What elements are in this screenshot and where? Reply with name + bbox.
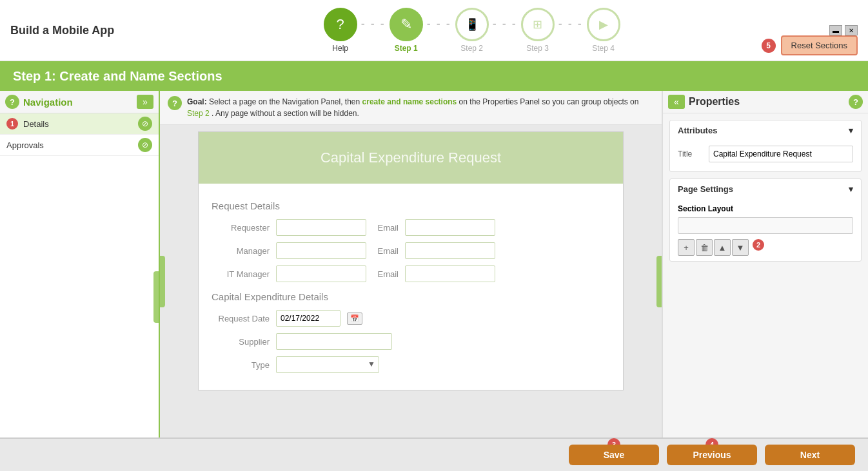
type-select[interactable] — [276, 356, 379, 373]
attributes-section-body: Title — [670, 140, 861, 171]
step-3-label: Step 3 — [526, 44, 549, 53]
section-title-request-details: Request Details — [212, 200, 610, 211]
requester-input[interactable] — [276, 219, 366, 236]
nav-title: Navigation — [23, 97, 73, 108]
calendar-icon[interactable]: 📅 — [347, 312, 362, 325]
nav-item-approvals[interactable]: Approvals ⊘ — [0, 135, 159, 156]
next-button[interactable]: Next — [765, 445, 855, 465]
attributes-collapse-icon: ▾ — [849, 126, 853, 135]
nav-item-details[interactable]: 1 Details ⊘ — [0, 113, 159, 135]
attributes-section-header[interactable]: Attributes ▾ — [670, 120, 861, 140]
props-help-icon[interactable]: ? — [849, 95, 863, 109]
nav-expand-button[interactable]: » — [137, 95, 153, 109]
email-label-3: Email — [373, 269, 399, 279]
attributes-section: Attributes ▾ Title — [669, 120, 862, 172]
card-banner: Capital Expenditure Request — [199, 132, 623, 184]
layout-down-button[interactable]: ▼ — [732, 239, 749, 256]
step-4[interactable]: ▶ Step 4 — [587, 8, 620, 53]
step-help-circle: ? — [324, 8, 357, 41]
page-settings-body: Section Layout + 🗑 ▲ ▼ 2 — [670, 199, 861, 261]
requester-email-input[interactable] — [405, 219, 495, 236]
preview-card: Capital Expenditure Request Request Deta… — [198, 131, 624, 390]
card-body: Request Details Requester Email Manager … — [199, 184, 623, 390]
section-title-cap-exp: Capital Expenditure Details — [212, 291, 610, 302]
nav-panel-header: ? Navigation » — [0, 91, 159, 113]
type-wrapper: ▼ — [276, 356, 379, 373]
step-dash-2: - - - — [427, 17, 451, 31]
form-row-type: Type ▼ — [212, 356, 610, 373]
preview-left-bar — [160, 256, 165, 307]
attr-title-input[interactable] — [709, 146, 853, 162]
step-2[interactable]: 📱 Step 2 — [455, 8, 489, 53]
form-row-itmanager: IT Manager Email — [212, 265, 610, 282]
email-label-1: Email — [373, 223, 399, 233]
form-row-reqdate: Request Date 📅 — [212, 310, 610, 327]
layout-toolbar: + 🗑 ▲ ▼ 2 — [678, 239, 853, 256]
step-header-title: Step 1: Create and Name Sections — [13, 69, 222, 84]
supplier-input[interactable] — [276, 333, 392, 350]
page-settings-collapse-icon: ▾ — [849, 184, 853, 194]
layout-delete-button[interactable]: 🗑 — [696, 239, 713, 256]
page-settings-section: Page Settings ▾ Section Layout + 🗑 ▲ ▼ 2 — [669, 178, 862, 262]
annotation-badge-2: 2 — [753, 239, 764, 251]
itmanager-input[interactable] — [276, 265, 366, 282]
preview-right-bar — [656, 256, 662, 307]
wizard-steps: ? Help - - - ✎ Step 1 - - - 📱 Step 2 - -… — [324, 8, 620, 53]
goal-text3: on the Properties Panel so you can group… — [459, 97, 639, 106]
form-row-requester: Requester Email — [212, 219, 610, 236]
goal-prefix: Goal: — [187, 97, 207, 106]
attr-title-label: Title — [678, 149, 704, 159]
window-controls: ▬ ✕ — [829, 25, 858, 35]
supplier-label: Supplier — [212, 337, 270, 347]
step-header: Step 1: Create and Name Sections — [0, 61, 868, 91]
close-button[interactable]: ✕ — [845, 25, 858, 35]
page-settings-label: Page Settings — [678, 184, 733, 194]
bottom-bar: 3 Save 4 Previous Next — [0, 437, 868, 471]
nav-header-left: ? Navigation — [5, 95, 73, 109]
navigation-panel: ? Navigation » 1 Details ⊘ Approvals ⊘ — [0, 91, 160, 437]
type-label: Type — [212, 360, 270, 370]
step-dash-4: - - - — [558, 17, 583, 31]
step-1-circle: ✎ — [390, 8, 423, 41]
goal-step2-link: Step 2 — [187, 109, 210, 118]
previous-button[interactable]: Previous — [667, 445, 757, 465]
minimize-button[interactable]: ▬ — [829, 25, 842, 35]
props-body: Attributes ▾ Title Page Settings ▾ Se — [663, 113, 868, 437]
save-btn-wrapper: 3 Save — [569, 445, 659, 465]
top-right-area: ▬ ✕ — [829, 25, 858, 35]
reset-sections-button[interactable]: Reset Sections — [781, 35, 858, 55]
props-collapse-button[interactable]: « — [668, 95, 685, 109]
save-button[interactable]: Save — [569, 445, 659, 465]
nav-v-bar — [153, 271, 159, 323]
goal-text5: . Any page without a section will be hid… — [212, 109, 359, 118]
attributes-label: Attributes — [678, 126, 717, 135]
preview-area[interactable]: Capital Expenditure Request Request Deta… — [160, 125, 662, 437]
manager-email-input[interactable] — [405, 242, 495, 259]
layout-add-button[interactable]: + — [678, 239, 695, 256]
app-title: Build a Mobile App — [10, 24, 114, 37]
goal-help-icon[interactable]: ? — [168, 96, 182, 110]
section-layout-box — [678, 217, 853, 234]
nav-item-badge-1: 1 — [6, 118, 18, 130]
manager-label: Manager — [212, 246, 270, 256]
manager-input[interactable] — [276, 242, 366, 259]
itmanager-email-input[interactable] — [405, 265, 495, 282]
step-3[interactable]: ⊞ Step 3 — [521, 8, 555, 53]
step-dash-1: - - - — [361, 17, 386, 31]
email-label-2: Email — [373, 246, 399, 256]
reqdate-input[interactable] — [276, 310, 340, 327]
step-1-label: Step 1 — [395, 44, 418, 53]
page-settings-header[interactable]: Page Settings ▾ — [670, 179, 861, 199]
goal-text: Goal: Select a page on the Navigation Pa… — [187, 96, 654, 119]
nav-help-icon[interactable]: ? — [5, 95, 19, 109]
props-title: Properties — [689, 96, 740, 108]
step-help[interactable]: ? Help — [324, 8, 357, 53]
layout-up-button[interactable]: ▲ — [714, 239, 731, 256]
nav-item-approvals-label: Approvals — [6, 140, 44, 150]
goal-create-link: create and name sections — [362, 97, 457, 106]
nav-item-details-label: Details — [23, 119, 49, 129]
step-2-circle: 📱 — [455, 8, 489, 41]
step-dash-3: - - - — [493, 17, 517, 31]
previous-btn-wrapper: 4 Previous — [667, 445, 757, 465]
step-1[interactable]: ✎ Step 1 — [390, 8, 423, 53]
